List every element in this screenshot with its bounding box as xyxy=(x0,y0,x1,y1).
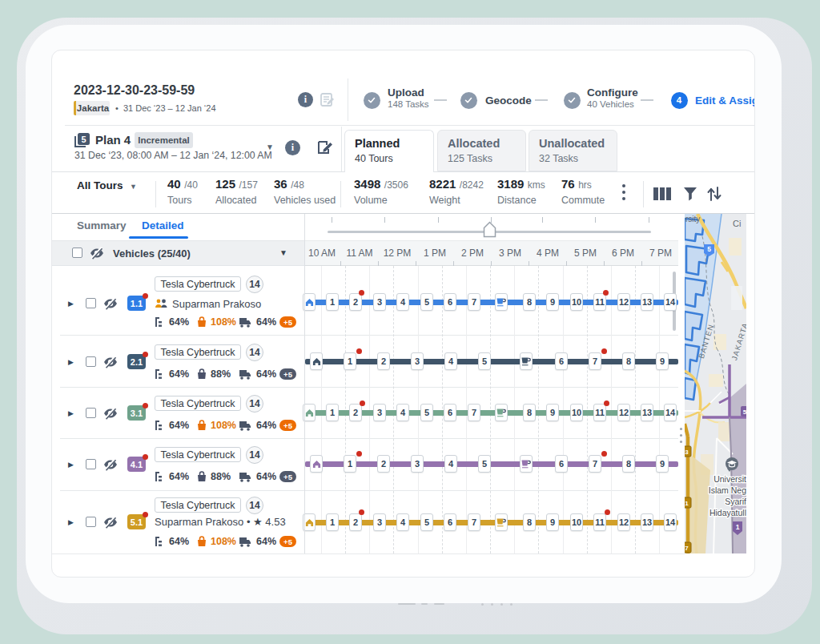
svg-text:Ci: Ci xyxy=(733,219,741,228)
svg-text:Syarif: Syarif xyxy=(725,497,746,506)
svg-text:7: 7 xyxy=(685,545,689,552)
svg-text:Islam Neg: Islam Neg xyxy=(709,485,746,495)
svg-text:Universit: Universit xyxy=(713,474,746,484)
svg-text:1: 1 xyxy=(685,500,689,507)
svg-text:3: 3 xyxy=(685,449,689,456)
svg-text:Hidayatull: Hidayatull xyxy=(709,508,746,517)
svg-text:5: 5 xyxy=(81,135,86,144)
svg-text:rsity: rsity xyxy=(685,215,700,223)
svg-text:5: 5 xyxy=(743,409,746,416)
svg-text:5: 5 xyxy=(707,245,711,253)
svg-text:1: 1 xyxy=(736,523,740,531)
